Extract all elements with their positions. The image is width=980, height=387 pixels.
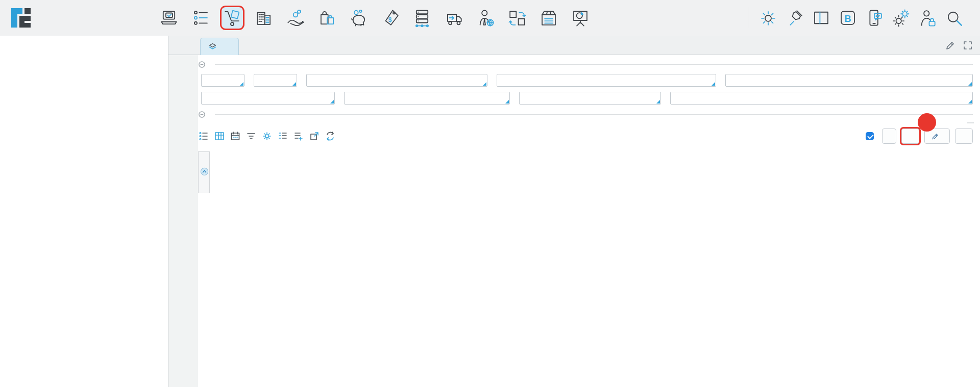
vertical-scrollbar[interactable] — [967, 122, 974, 123]
created-on-input[interactable] — [725, 74, 973, 87]
supplier-warehouse-input[interactable] — [344, 92, 510, 105]
grid-group-header — [198, 109, 973, 119]
buildings-icon[interactable] — [253, 7, 275, 29]
user-lock-icon[interactable] — [917, 7, 938, 29]
app-window: $ — [0, 0, 980, 387]
filters-group-header — [198, 59, 973, 69]
theme-sun-icon[interactable] — [757, 7, 779, 29]
open-f6-toggle[interactable] — [866, 132, 877, 140]
sync-squares-icon[interactable] — [506, 7, 528, 29]
fullscreen-icon[interactable] — [963, 40, 973, 50]
date-from-input[interactable] — [201, 74, 244, 87]
person-globe-icon[interactable] — [475, 7, 496, 29]
collapse-icon[interactable] — [198, 111, 206, 118]
delivery-truck-icon[interactable] — [443, 7, 464, 29]
document-tab-bar — [168, 36, 980, 55]
piggy-bank-icon[interactable] — [348, 7, 370, 29]
module-icon-bar: $ — [158, 7, 591, 29]
layers-icon — [207, 41, 218, 53]
open-in-new-icon[interactable] — [309, 131, 320, 142]
search-icon[interactable] — [943, 7, 965, 29]
app-logo-icon — [9, 6, 33, 30]
price-tag-icon[interactable]: $ — [380, 7, 401, 29]
close-button[interactable] — [882, 128, 896, 144]
purchase-cart-icon[interactable] — [222, 7, 243, 29]
phone-chat-icon[interactable] — [864, 7, 885, 29]
laptop-check-icon[interactable] — [158, 7, 180, 29]
settings-gears-icon[interactable] — [890, 7, 912, 29]
hand-coins-icon[interactable] — [285, 7, 306, 29]
view-grid-icon[interactable] — [214, 131, 225, 142]
filter-icon[interactable] — [246, 131, 257, 142]
buyer-input[interactable] — [519, 92, 661, 105]
add-button[interactable] — [901, 128, 919, 144]
operation-input[interactable] — [306, 74, 487, 87]
grid-toolbar — [198, 127, 973, 145]
annotation-badge-1 — [918, 113, 936, 132]
panel-gutter — [168, 55, 198, 387]
supplier-input[interactable] — [201, 92, 335, 105]
svg-text:B: B — [844, 14, 851, 24]
pencil-icon — [932, 133, 939, 140]
main-area — [168, 36, 980, 387]
presentation-chart-icon[interactable] — [570, 7, 591, 29]
bold-b-icon[interactable]: B — [837, 7, 859, 29]
edit-icon[interactable] — [945, 40, 955, 50]
shopping-bags-icon[interactable] — [316, 7, 338, 29]
svg-text:$: $ — [388, 16, 392, 23]
package-icon[interactable] — [538, 7, 559, 29]
sort-header[interactable] — [199, 152, 210, 193]
view-calendar-icon[interactable] — [230, 131, 241, 142]
tab-invoices-purchase-return[interactable] — [200, 38, 239, 55]
pin-icon[interactable] — [784, 7, 805, 29]
date-to-input[interactable] — [254, 74, 297, 87]
refresh-icon[interactable] — [325, 131, 336, 142]
system-icon-bar: B — [748, 7, 965, 29]
checklist-icon[interactable] — [190, 7, 211, 29]
buyer-warehouse-input[interactable] — [670, 92, 973, 105]
open-f6-checkbox[interactable] — [866, 132, 874, 140]
created-by-input[interactable] — [497, 74, 716, 87]
top-toolbar: $ — [0, 0, 980, 36]
navigation-tree — [0, 36, 168, 387]
numbered-list-icon[interactable] — [277, 131, 288, 142]
specification-table-wrap — [198, 151, 973, 193]
view-list-icon[interactable] — [198, 131, 209, 142]
filter-row-1 — [198, 73, 973, 87]
delete-button[interactable] — [955, 128, 973, 144]
specification-table — [198, 151, 944, 193]
collapse-icon[interactable] — [198, 61, 206, 68]
settings-icon[interactable] — [261, 131, 273, 142]
add-list-icon[interactable] — [293, 131, 304, 142]
sort-ascending-icon[interactable] — [200, 167, 209, 176]
filter-row-2 — [198, 91, 973, 105]
server-stack-icon[interactable] — [411, 7, 433, 29]
split-view-icon[interactable] — [811, 7, 832, 29]
